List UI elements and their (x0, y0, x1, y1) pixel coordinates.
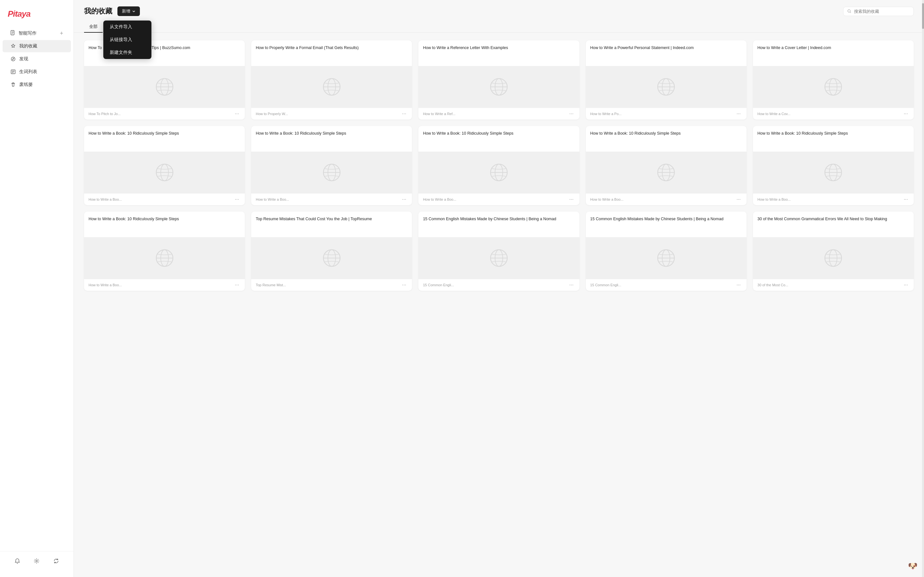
sidebar-bottom (0, 551, 73, 571)
card-item[interactable]: How to Write a Book: 10 Ridiculously Sim… (84, 211, 245, 291)
globe-icon (322, 248, 341, 268)
card-more-button[interactable]: ··· (735, 196, 742, 203)
card-top: How to Write a Book: 10 Ridiculously Sim… (84, 211, 245, 237)
search-input[interactable] (854, 9, 909, 14)
sidebar-label-discover: 发现 (19, 56, 28, 62)
card-more-button[interactable]: ··· (903, 196, 909, 203)
card-item[interactable]: How to Write a Book: 10 Ridiculously Sim… (753, 126, 914, 205)
globe-icon (322, 77, 341, 97)
sidebar-label-word-list: 生词列表 (19, 69, 37, 75)
card-top: 30 of the Most Common Grammatical Errors… (753, 211, 914, 237)
card-item[interactable]: How to Write a Book: 10 Ridiculously Sim… (251, 126, 412, 205)
scrollbar-thumb[interactable] (922, 3, 924, 29)
card-more-button[interactable]: ··· (735, 111, 742, 117)
sidebar-label-collections: 我的收藏 (19, 43, 37, 49)
dropdown-menu: 从文件导入 从链接导入 新建文件夹 (103, 21, 152, 59)
star-icon (10, 43, 16, 49)
add-icon[interactable]: + (60, 31, 63, 36)
card-title: How to Write a Cover Letter | Indeed.com (758, 45, 909, 63)
import-file-item[interactable]: 从文件导入 (103, 21, 152, 33)
document-icon (10, 30, 15, 36)
card-more-button[interactable]: ··· (568, 111, 575, 117)
tab-all[interactable]: 全部 (84, 21, 103, 33)
card-top: How to Write a Reference Letter With Exa… (418, 40, 579, 66)
search-box[interactable] (843, 7, 914, 16)
card-footer-text: Top Resume Mist... (256, 283, 286, 287)
card-item[interactable]: How to Write a Powerful Personal Stateme… (586, 40, 746, 119)
main-content: 我的收藏 新增 从文件导入 从链接导入 新建文件夹 全部 | (74, 0, 924, 577)
settings-icon[interactable] (32, 556, 41, 566)
card-title: How to Write a Book: 10 Ridiculously Sim… (89, 131, 240, 148)
card-more-button[interactable]: ··· (401, 111, 407, 117)
import-link-item[interactable]: 从链接导入 (103, 33, 152, 46)
card-item[interactable]: 30 of the Most Common Grammatical Errors… (753, 211, 914, 291)
card-footer: Top Resume Mist... ··· (251, 279, 412, 291)
sidebar-label-smart-write: 智能写作 (19, 31, 37, 36)
card-footer: How to Write a Boo... ··· (251, 193, 412, 205)
globe-icon (155, 77, 174, 97)
app-logo: Pitaya (0, 6, 73, 27)
card-title: How to Write a Book: 10 Ridiculously Sim… (256, 131, 407, 148)
card-item[interactable]: How to Write a Book: 10 Ridiculously Sim… (418, 126, 579, 205)
card-footer-text: How to Write a Ref... (423, 112, 455, 116)
card-more-button[interactable]: ··· (401, 282, 407, 288)
card-footer-text: 30 of the Most Co... (758, 283, 788, 287)
cards-grid: How To Pitch to Journalists: Expert Tips… (84, 40, 914, 291)
card-item[interactable]: How to Write a Book: 10 Ridiculously Sim… (84, 126, 245, 205)
card-more-button[interactable]: ··· (903, 111, 909, 117)
card-more-button[interactable]: ··· (568, 282, 575, 288)
card-footer: How to Write a Boo... ··· (753, 193, 914, 205)
card-footer-text: How to Write a Boo... (758, 197, 791, 201)
sidebar-item-word-list[interactable]: 生词列表 (3, 66, 71, 78)
globe-icon (322, 163, 341, 182)
card-title: How to Write a Book: 10 Ridiculously Sim… (423, 131, 575, 148)
card-more-button[interactable]: ··· (234, 111, 240, 117)
card-top: How to Write a Cover Letter | Indeed.com (753, 40, 914, 66)
refresh-icon[interactable] (52, 556, 61, 566)
sidebar-item-discover[interactable]: 发现 (3, 53, 71, 65)
card-footer: 30 of the Most Co... ··· (753, 279, 914, 291)
card-footer-text: How to Write a Boo... (590, 197, 624, 201)
card-item[interactable]: How to Write a Book: 10 Ridiculously Sim… (586, 126, 746, 205)
card-more-button[interactable]: ··· (234, 282, 240, 288)
card-top: How to Write a Book: 10 Ridiculously Sim… (251, 126, 412, 152)
card-footer-text: How to Write a Boo... (423, 197, 456, 201)
card-image (251, 237, 412, 279)
new-folder-item[interactable]: 新建文件夹 (103, 46, 152, 59)
page-title: 我的收藏 (84, 6, 112, 16)
card-top: Top Resume Mistakes That Could Cost You … (251, 211, 412, 237)
globe-icon (489, 163, 509, 182)
sidebar-item-trash[interactable]: 废纸篓 (3, 79, 71, 91)
card-more-button[interactable]: ··· (568, 196, 575, 203)
sidebar-item-smart-write[interactable]: 智能写作 + (3, 27, 71, 39)
card-top: How to Write a Powerful Personal Stateme… (586, 40, 746, 66)
card-title: 15 Common English Mistakes Made by Chine… (423, 216, 575, 234)
search-icon (847, 9, 851, 13)
card-item[interactable]: 15 Common English Mistakes Made by Chine… (586, 211, 746, 291)
card-more-button[interactable]: ··· (401, 196, 407, 203)
card-item[interactable]: How to Write a Reference Letter With Exa… (418, 40, 579, 119)
card-image (586, 66, 746, 108)
card-item[interactable]: 15 Common English Mistakes Made by Chine… (418, 211, 579, 291)
card-footer: How to Write a Boo... ··· (586, 193, 746, 205)
compass-icon (10, 56, 16, 62)
card-item[interactable]: How to Write a Cover Letter | Indeed.com… (753, 40, 914, 119)
svg-point-4 (11, 57, 15, 61)
scrollbar[interactable] (922, 0, 924, 577)
card-footer-text: How to Properly W... (256, 112, 288, 116)
new-button[interactable]: 新增 (118, 6, 140, 16)
globe-icon (489, 248, 509, 268)
header-left: 我的收藏 新增 从文件导入 从链接导入 新建文件夹 (84, 6, 140, 16)
card-footer-text: 15 Common Engli... (590, 283, 622, 287)
bell-icon[interactable] (13, 556, 22, 566)
card-item[interactable]: Top Resume Mistakes That Could Cost You … (251, 211, 412, 291)
card-footer: How To Pitch to Jo... ··· (84, 108, 245, 119)
card-image (586, 152, 746, 193)
card-image (84, 237, 245, 279)
card-more-button[interactable]: ··· (903, 282, 909, 288)
card-more-button[interactable]: ··· (234, 196, 240, 203)
card-more-button[interactable]: ··· (735, 282, 742, 288)
card-item[interactable]: How to Properly Write a Formal Email (Th… (251, 40, 412, 119)
sidebar-item-my-collections[interactable]: 我的收藏 (3, 40, 71, 52)
globe-icon (824, 163, 843, 182)
